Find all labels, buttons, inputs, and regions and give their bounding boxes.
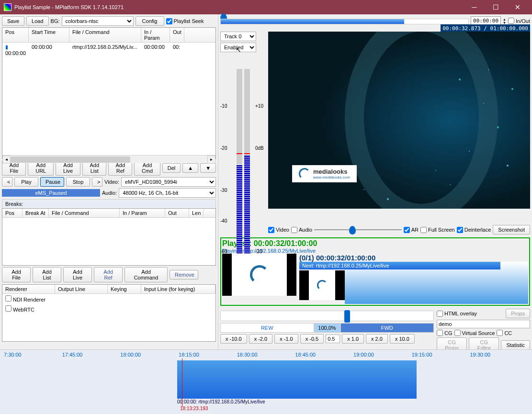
breaks-addref-button[interactable]: Add Ref <box>94 267 123 282</box>
svg-point-10 <box>435 170 436 171</box>
demo-input[interactable] <box>437 320 530 328</box>
speed-pct: 100,0% <box>314 323 340 333</box>
svg-point-8 <box>488 69 489 70</box>
minimize-button[interactable]: ─ <box>464 0 485 14</box>
svg-point-2 <box>459 78 461 80</box>
del-button[interactable]: Del <box>162 163 181 173</box>
renderer-table: Renderer Output Line Keying Input Line (… <box>2 284 216 342</box>
speed-btn[interactable]: x 10.0 <box>390 334 415 344</box>
inout-checkbox[interactable]: In/Out <box>508 18 530 24</box>
load-button[interactable]: Load <box>26 16 48 26</box>
window-title: Playlist Sample - MPlatform SDK 1.7.14.1… <box>14 4 124 10</box>
vsource-checkbox[interactable]: Virtual Source <box>454 330 495 336</box>
video-format-select[interactable]: eMVF_HD1080_5994i <box>121 177 216 187</box>
schedule-timeline[interactable]: 7:30:0017:45:0018:00:00 18:15:0018:30:00… <box>0 349 532 414</box>
maximize-button[interactable]: ☐ <box>485 0 507 14</box>
deinterlace-checkbox[interactable]: Deinterlace <box>457 227 491 233</box>
cc-checkbox[interactable]: CC <box>497 330 512 336</box>
volume-slider[interactable] <box>314 225 402 235</box>
speed-btn[interactable]: x -1.0 <box>274 334 298 344</box>
play-button[interactable]: Play <box>14 177 38 187</box>
breaks-label: Breaks: <box>2 199 216 208</box>
bg-select[interactable]: colorbars-ntsc <box>62 16 134 26</box>
scroll-right-button[interactable]: ► <box>207 156 215 164</box>
counter-label: (0/1) 00:00:32/01:00:00 <box>299 254 528 262</box>
audio-checkbox[interactable]: Audio <box>291 227 312 233</box>
close-button[interactable]: ✕ <box>507 0 528 14</box>
ar-checkbox[interactable]: AR <box>404 227 419 233</box>
col-file[interactable]: File / Command <box>69 28 141 42</box>
svg-point-4 <box>497 126 499 128</box>
rew-label: REW <box>220 323 314 333</box>
svg-point-11 <box>363 189 364 190</box>
next-button[interactable]: > <box>92 177 102 187</box>
col-out[interactable]: Out <box>170 28 184 42</box>
fwd-label: FWD <box>340 323 434 333</box>
playlist-row[interactable]: ▮ 00:00:00 00:00:00 rtmp://192.168.0.25/… <box>2 43 215 57</box>
fullscreen-checkbox[interactable]: Full Screen <box>420 227 455 233</box>
audio-meter: -10 -20 -30 -40 -60 +10 0dB -20 <box>220 69 266 260</box>
svg-point-6 <box>507 165 509 167</box>
speed-btn[interactable]: x 2.0 <box>366 334 388 344</box>
renderer-row[interactable]: WebRTC <box>2 304 215 314</box>
video-label: Video: <box>104 179 119 185</box>
html-overlay-checkbox[interactable]: HTML overlay <box>437 311 477 317</box>
prev-button[interactable]: < <box>2 177 12 187</box>
movedown-button[interactable]: ▼ <box>200 163 216 173</box>
next-label: Next: rtmp://192.168.0.25/MyLive/live <box>299 262 500 269</box>
svg-point-9 <box>511 88 513 90</box>
playlist-info-panel: Playlist: 00:00:32/01:00:00 Playing: rtm… <box>220 237 530 306</box>
now-label: 18:13:23.193 <box>180 406 208 411</box>
svg-point-5 <box>469 151 470 152</box>
video-checkbox[interactable]: Video <box>268 227 289 233</box>
props-button[interactable]: Props <box>506 309 530 318</box>
watermark-logo: medialookswww.medialooks.com <box>292 165 357 182</box>
cg-checkbox[interactable]: CG <box>437 330 453 336</box>
cursor-icon: ↖ <box>236 46 241 54</box>
moveup-button[interactable]: ▲ <box>182 163 198 173</box>
app-icon <box>4 3 11 11</box>
breaks-addlive-button[interactable]: Add Live <box>63 267 92 282</box>
bg-label: BG: <box>51 18 60 24</box>
video-preview: medialookswww.medialooks.com <box>268 32 530 209</box>
screenshot-button[interactable]: Screenshot <box>493 225 530 235</box>
config-button[interactable]: Config <box>136 16 164 26</box>
speed-btn[interactable]: x -10.0 <box>220 334 247 344</box>
speed-buttons: x -10.0 x -2.0 x -1.0 x -0.5 x 1.0 x 2.0… <box>220 334 434 344</box>
stop-button[interactable]: Stop <box>66 177 90 187</box>
audio-label: Audio: <box>102 190 117 196</box>
breaks-addfile-button[interactable]: Add File <box>2 267 31 282</box>
speed-slider[interactable] <box>220 311 434 321</box>
playing-label: Playing: rtmp://192.168.0.25/MyLive/live <box>222 248 528 254</box>
speed-btn[interactable]: x -0.5 <box>300 334 324 344</box>
speed-btn[interactable]: x 1.0 <box>342 334 364 344</box>
pause-button[interactable]: Pause <box>40 177 64 187</box>
scroll-left-button[interactable]: ◄ <box>2 156 11 164</box>
col-pos[interactable]: Pos <box>2 28 29 42</box>
breaks-addcmd-button[interactable]: Add Command <box>125 267 168 282</box>
col-start[interactable]: Start Time <box>29 28 69 42</box>
scroll-thumb[interactable] <box>11 157 130 163</box>
playlist-seek-checkbox[interactable]: Playlist Seek <box>166 18 204 24</box>
breaks-addlist-button[interactable]: Add List <box>33 267 61 282</box>
breaks-remove-button[interactable]: Remove <box>170 270 198 280</box>
status-bar: eMS_Paused <box>2 189 100 197</box>
svg-point-12 <box>387 198 389 200</box>
titlebar: Playlist Sample - MPlatform SDK 1.7.14.1… <box>0 0 532 14</box>
svg-point-7 <box>450 184 451 185</box>
track-select[interactable]: Track 0 <box>220 32 256 41</box>
playlist-info-title: Playlist: 00:00:32/01:00:00 <box>222 239 528 248</box>
seek-track[interactable] <box>220 19 469 24</box>
schedule-clip[interactable] <box>177 360 417 399</box>
svg-point-3 <box>483 103 484 104</box>
col-inparam[interactable]: In / Param <box>141 28 170 42</box>
audio-format-select[interactable]: 48000 Hz, 16 Ch, 16-bit <box>119 188 216 198</box>
speed-input[interactable] <box>326 335 340 343</box>
renderer-row[interactable]: NDI Renderer <box>2 294 215 304</box>
breaks-table: Pos Break At File / Command In / Param O… <box>2 208 216 266</box>
statistic-button[interactable]: Statistic <box>501 340 530 350</box>
clip-label: 00:00:00: rtmp://192.168.0.25/MyLive/liv… <box>177 399 265 404</box>
speed-btn[interactable]: x -2.0 <box>249 334 273 344</box>
save-button[interactable]: Save <box>2 16 24 26</box>
current-thumb <box>222 254 296 296</box>
